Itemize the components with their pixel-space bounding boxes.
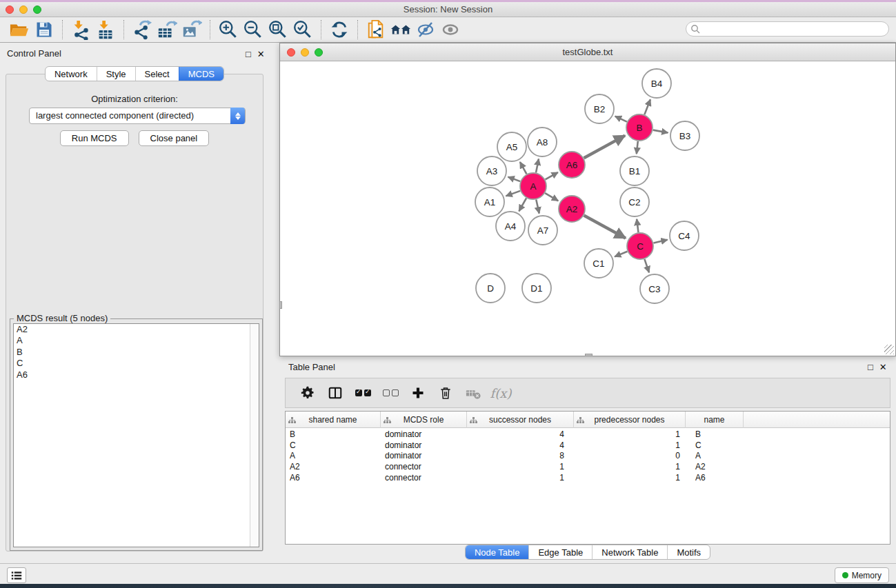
graph-edge-A-A5[interactable] bbox=[520, 162, 527, 174]
graph-node-A6[interactable]: A6 bbox=[559, 152, 585, 178]
graph-edge-A2-C[interactable] bbox=[584, 216, 626, 239]
eye-slash-icon[interactable] bbox=[413, 19, 438, 41]
optimization-criterion-select[interactable]: largest connected component (directed) bbox=[29, 108, 246, 124]
open-session-icon[interactable] bbox=[7, 19, 32, 41]
gear-icon[interactable] bbox=[294, 381, 321, 405]
mcds-result-item[interactable]: A2 bbox=[14, 324, 259, 335]
export-network-icon[interactable] bbox=[130, 19, 155, 41]
tab-network[interactable]: Network bbox=[46, 67, 97, 81]
graph-node-B1[interactable]: B1 bbox=[620, 156, 649, 185]
graph-node-B[interactable]: B bbox=[626, 114, 653, 141]
export-table-icon[interactable] bbox=[155, 19, 179, 41]
graph-node-A7[interactable]: A7 bbox=[528, 216, 557, 245]
column-header-shared-name[interactable]: shared name bbox=[286, 412, 381, 428]
delete-table-icon[interactable] bbox=[459, 381, 487, 405]
float-panel-icon[interactable]: □ bbox=[246, 49, 251, 59]
network-canvas[interactable]: B4B2BB3A5A8A6B1A3AA1C2A2A4A7C4CC1C3DD1 bbox=[280, 62, 895, 356]
graph-node-A2[interactable]: A2 bbox=[559, 196, 585, 222]
graph-node-C4[interactable]: C4 bbox=[670, 221, 699, 250]
graph-node-B3[interactable]: B3 bbox=[670, 121, 699, 150]
mcds-result-item[interactable]: B bbox=[14, 347, 259, 358]
import-table-icon[interactable] bbox=[93, 19, 118, 41]
graph-node-D1[interactable]: D1 bbox=[522, 274, 551, 303]
column-header-predecessor-nodes[interactable]: predecessor nodes bbox=[574, 412, 686, 428]
tab-style[interactable]: Style bbox=[97, 67, 135, 81]
graph-node-A8[interactable]: A8 bbox=[528, 128, 557, 156]
close-panel-icon[interactable]: ✕ bbox=[257, 49, 265, 59]
table-row[interactable]: A2connector11A2 bbox=[286, 462, 890, 473]
mcds-result-item[interactable]: C bbox=[14, 358, 259, 369]
run-mcds-button[interactable]: Run MCDS bbox=[60, 130, 129, 146]
zoom-out-icon[interactable] bbox=[241, 19, 266, 41]
graph-edge-A-A2[interactable] bbox=[545, 193, 558, 201]
mcds-result-list[interactable]: A2ABCA6 bbox=[13, 323, 259, 547]
close-panel-button[interactable]: Close panel bbox=[139, 130, 210, 146]
mcds-result-item[interactable]: A bbox=[14, 335, 259, 346]
tab-mcds[interactable]: MCDS bbox=[179, 67, 223, 81]
double-house-icon[interactable] bbox=[388, 19, 413, 41]
tab-edge-table[interactable]: Edge Table bbox=[528, 545, 592, 559]
graph-edge-A-A8[interactable] bbox=[536, 159, 539, 173]
memory-button[interactable]: Memory bbox=[835, 567, 889, 583]
graph-node-A3[interactable]: A3 bbox=[477, 156, 506, 185]
graph-edge-A-A7[interactable] bbox=[536, 200, 539, 214]
table-row[interactable]: Bdominator41B bbox=[286, 429, 890, 440]
document-network-icon[interactable] bbox=[364, 19, 388, 41]
graph-node-C[interactable]: C bbox=[627, 233, 653, 259]
tab-motifs[interactable]: Motifs bbox=[667, 545, 710, 559]
frame-resize-handle-bottom[interactable] bbox=[585, 354, 593, 356]
table-row[interactable]: A6connector11A6 bbox=[286, 473, 890, 484]
graph-edge-A-A1[interactable] bbox=[506, 191, 521, 196]
refresh-layout-icon[interactable] bbox=[327, 19, 352, 41]
graph-node-C3[interactable]: C3 bbox=[640, 274, 669, 303]
graph-edge-A-A6[interactable] bbox=[546, 172, 558, 179]
table-row[interactable]: Cdominator41C bbox=[286, 440, 890, 452]
graph-node-A5[interactable]: A5 bbox=[497, 132, 526, 161]
function-icon[interactable]: f(x) bbox=[487, 381, 515, 405]
export-image-icon[interactable] bbox=[179, 19, 204, 41]
graph-node-B2[interactable]: B2 bbox=[585, 94, 614, 123]
graph-node-D[interactable]: D bbox=[476, 274, 505, 303]
unchecked-boxes-icon[interactable] bbox=[377, 381, 404, 405]
graph-node-A[interactable]: A bbox=[520, 173, 546, 199]
graph-node-B4[interactable]: B4 bbox=[642, 69, 671, 98]
graph-node-C2[interactable]: C2 bbox=[620, 187, 649, 216]
checked-boxes-icon[interactable] bbox=[349, 381, 377, 405]
mcds-list-scrollbar[interactable] bbox=[250, 324, 259, 547]
mcds-result-item[interactable]: A6 bbox=[14, 369, 259, 381]
trash-icon[interactable] bbox=[432, 381, 459, 405]
save-session-icon[interactable] bbox=[32, 19, 57, 41]
graph-edge-C-C3[interactable] bbox=[644, 259, 649, 272]
tab-network-table[interactable]: Network Table bbox=[592, 545, 667, 559]
task-history-icon[interactable] bbox=[7, 567, 26, 583]
graph-edge-B-B2[interactable] bbox=[615, 116, 627, 122]
graph-edge-C-C4[interactable] bbox=[654, 240, 668, 243]
frame-resize-handle-left[interactable] bbox=[279, 301, 282, 309]
split-columns-icon[interactable] bbox=[321, 381, 349, 405]
graph-edge-A-A4[interactable] bbox=[519, 198, 526, 211]
zoom-fit-icon[interactable] bbox=[266, 19, 290, 41]
column-header-name[interactable]: name bbox=[686, 412, 744, 428]
zoom-in-icon[interactable] bbox=[216, 19, 241, 41]
table-row[interactable]: Adominator80A bbox=[286, 451, 890, 462]
graph-node-A1[interactable]: A1 bbox=[475, 187, 504, 216]
eye-icon[interactable] bbox=[438, 19, 463, 41]
graph-edge-B-B4[interactable] bbox=[644, 99, 650, 114]
import-network-icon[interactable] bbox=[68, 19, 93, 41]
column-header-successor-nodes[interactable]: successor nodes bbox=[467, 412, 574, 428]
tab-select[interactable]: Select bbox=[135, 67, 179, 81]
plus-icon[interactable] bbox=[404, 381, 432, 405]
graph-edge-B-B1[interactable] bbox=[637, 141, 638, 154]
search-input[interactable] bbox=[701, 24, 888, 34]
graph-edge-B-B3[interactable] bbox=[653, 130, 668, 133]
graph-node-C1[interactable]: C1 bbox=[584, 249, 613, 278]
close-table-panel-icon[interactable]: ✕ bbox=[879, 362, 887, 372]
graph-edge-A-A3[interactable] bbox=[508, 177, 521, 182]
float-table-panel-icon[interactable]: □ bbox=[868, 362, 873, 372]
tab-node-table[interactable]: Node Table bbox=[466, 545, 529, 559]
graph-edge-C-C2[interactable] bbox=[637, 219, 638, 232]
frame-resize-grip[interactable] bbox=[884, 345, 894, 354]
column-header-MCDS-role[interactable]: MCDS role bbox=[381, 412, 467, 428]
graph-edge-A6-B[interactable] bbox=[584, 136, 626, 159]
graph-edge-C-C1[interactable] bbox=[615, 252, 627, 257]
